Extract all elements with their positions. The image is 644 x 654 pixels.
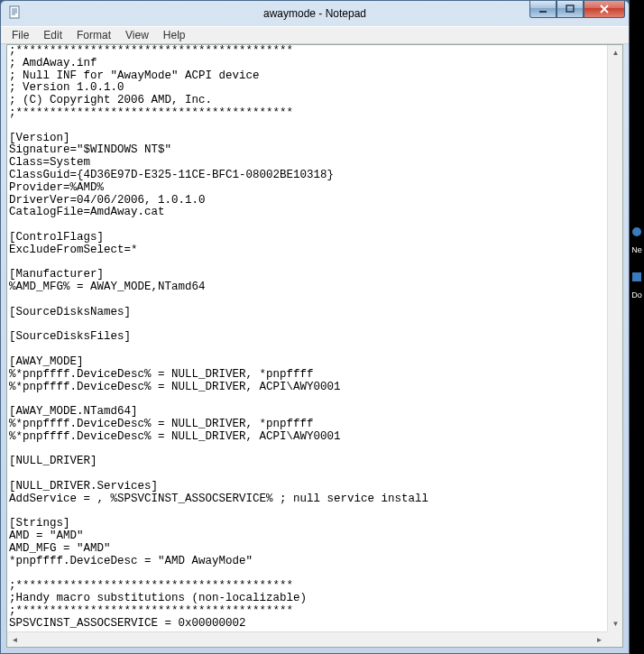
menubar: File Edit Format View Help	[1, 26, 629, 44]
client-area: ;***************************************…	[6, 44, 623, 648]
menu-view[interactable]: View	[118, 27, 156, 43]
close-button[interactable]	[584, 1, 625, 18]
sidebar-fragment-label: Ne	[630, 244, 643, 256]
app-icon	[8, 5, 23, 20]
right-sidebar-fragment: Ne Do	[630, 0, 644, 654]
maximize-button[interactable]	[557, 1, 584, 18]
horizontal-scrollbar[interactable]: ◄ ►	[7, 631, 607, 647]
menu-help[interactable]: Help	[156, 27, 193, 43]
sidebar-fragment-item	[630, 271, 643, 283]
vscroll-track[interactable]	[608, 60, 622, 616]
vertical-scrollbar[interactable]: ▲ ▼	[607, 45, 622, 631]
menu-edit[interactable]: Edit	[36, 27, 69, 43]
scroll-down-button[interactable]: ▼	[608, 616, 623, 631]
text-editor[interactable]: ;***************************************…	[7, 45, 622, 631]
hscroll-track[interactable]	[23, 632, 592, 647]
svg-point-7	[632, 227, 641, 236]
titlebar[interactable]: awaymode - Notepad	[1, 1, 629, 26]
svg-rect-8	[632, 272, 641, 281]
svg-rect-6	[566, 5, 574, 12]
window-title: awaymode - Notepad	[263, 7, 366, 20]
minimize-button[interactable]	[529, 1, 557, 18]
scroll-right-button[interactable]: ►	[592, 632, 607, 648]
svg-rect-5	[539, 11, 547, 13]
sidebar-fragment-item	[630, 226, 643, 238]
window-controls	[529, 1, 625, 18]
sidebar-fragment-label: Do	[630, 289, 643, 301]
notepad-window: awaymode - Notepad File Edit Format View…	[0, 0, 630, 654]
scroll-corner	[607, 631, 622, 647]
scroll-left-button[interactable]: ◄	[7, 632, 23, 648]
scroll-up-button[interactable]: ▲	[608, 45, 623, 60]
menu-format[interactable]: Format	[69, 27, 118, 43]
menu-file[interactable]: File	[5, 27, 36, 43]
editor-content[interactable]: ;***************************************…	[9, 45, 621, 630]
